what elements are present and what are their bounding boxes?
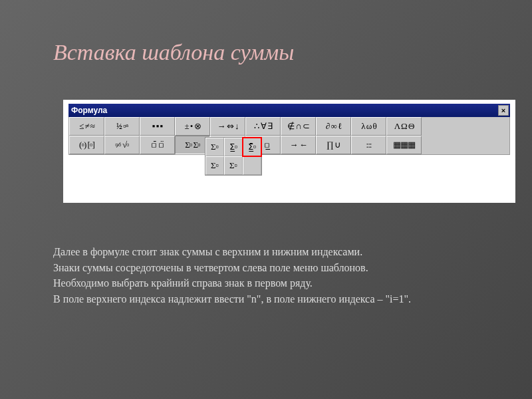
paragraph-2: Знаки суммы сосредоточены в четвертом сл… <box>53 261 479 275</box>
template-subscript[interactable]: ▫̄ ▫̈ <box>140 136 175 154</box>
template-matrices-small[interactable]: ::: <box>351 136 386 154</box>
palette-misc[interactable]: ∂ ∞ ℓ <box>316 117 351 136</box>
sum-option-3[interactable]: Σ̲̄▫ <box>243 138 261 156</box>
template-products[interactable]: ∏ ∪ <box>316 136 351 154</box>
summation-dropdown: Σ▫ Σ̲▫ Σ̲̄▫ Σ▫ Σ▫ <box>205 137 262 176</box>
sum-option-6[interactable] <box>243 156 261 175</box>
palette-greek-lower[interactable]: λ ω θ <box>351 117 386 136</box>
toolbar-row-2: (▫) [▫] ▫⁄▫ √▫ ▫̄ ▫̈ Σ▫ Σ▫ ∫▫ ∮▫ ▫̄ ▫̲ →… <box>69 136 509 154</box>
palette-embellishments[interactable]: ▪ ▪ ▪ <box>140 117 175 136</box>
sum-option-4[interactable]: Σ▫ <box>205 156 224 175</box>
palette-greek-upper[interactable]: Λ Ω Θ <box>386 117 422 136</box>
palette-spaces[interactable]: ¹⁄₂ ▫ⁿ <box>104 117 140 136</box>
toolbar-titlebar: Формула × <box>68 104 510 117</box>
paragraph-1: Далее в формуле стоит знак суммы с верхн… <box>53 245 479 259</box>
palette-arrows[interactable]: → ⇔ ↓ <box>210 117 245 136</box>
template-matrices[interactable]: ▦▦▦ <box>386 136 422 154</box>
palette-relations[interactable]: ≤ ≠ ≈ <box>69 117 104 136</box>
palette-set-theory[interactable]: ∉ ∩ ⊂ <box>281 117 316 136</box>
sum-option-2[interactable]: Σ̲▫ <box>224 138 243 156</box>
palette-logical[interactable]: ∴ ∀ ∃ <box>245 117 281 136</box>
template-fractions[interactable]: ▫⁄▫ √▫ <box>104 136 140 154</box>
toolbar-rows: ≤ ≠ ≈ ¹⁄₂ ▫ⁿ ▪ ▪ ▪ ± • ⊗ → ⇔ ↓ ∴ ∀ ∃ ∉ ∩… <box>68 117 510 155</box>
sum-option-1[interactable]: Σ▫ <box>205 138 224 156</box>
template-fences[interactable]: (▫) [▫] <box>69 136 104 154</box>
slide-body: Далее в формуле стоит знак суммы с верхн… <box>53 245 479 307</box>
paragraph-4: В поле верхнего индекса надлежит ввести … <box>53 292 479 307</box>
sum-option-5[interactable]: Σ▫ <box>224 156 243 175</box>
close-button[interactable]: × <box>498 105 509 116</box>
toolbar-row-1: ≤ ≠ ≈ ¹⁄₂ ▫ⁿ ▪ ▪ ▪ ± • ⊗ → ⇔ ↓ ∴ ∀ ∃ ∉ ∩… <box>69 117 509 136</box>
slide-title: Вставка шаблона суммы <box>53 40 294 65</box>
palette-operators[interactable]: ± • ⊗ <box>175 117 210 136</box>
equation-toolbar-panel: Формула × ≤ ≠ ≈ ¹⁄₂ ▫ⁿ ▪ ▪ ▪ ± • ⊗ → ⇔ ↓… <box>63 100 515 203</box>
template-labeled-arrows[interactable]: → ← <box>281 136 316 154</box>
toolbar-title: Формула <box>71 106 107 115</box>
paragraph-3: Необходимо выбрать крайний справа знак в… <box>53 276 479 291</box>
